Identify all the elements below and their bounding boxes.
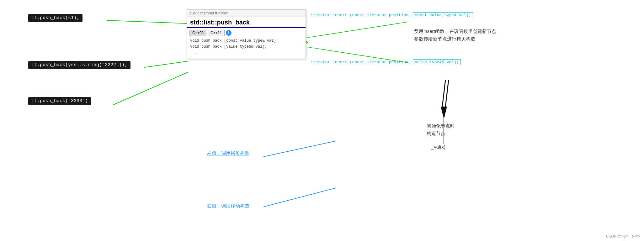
sig1-highlight: const value_type& val); — [413, 12, 473, 18]
code-label-2: lt.push_back(yss::string("2222")); — [28, 61, 130, 69]
svg-marker-8 — [441, 107, 447, 119]
sig2-text: iterator insert (const_iterator position… — [311, 60, 411, 65]
code-label-1: lt.push_back(s1); — [28, 14, 82, 22]
doc-popup-tabs: C++98 C++11 i — [187, 28, 306, 36]
annotation-reuse-insert: 复用insert函数，在该函数里创建新节点 参数传给新节点进行拷贝构造 — [414, 28, 496, 43]
doc-popup-header: public member function — [187, 10, 306, 17]
tab-cpp98[interactable]: C++98 — [189, 30, 206, 36]
title-class: list — [204, 19, 213, 26]
doc-popup: public member function std::list::push_b… — [187, 9, 306, 59]
left-value-label: 左值，调用拷贝构造 — [207, 150, 249, 156]
annotation-init-node: 初始化节点时 构造节点 — [427, 122, 455, 137]
right-value-label: 右值，调用移动构造 — [207, 203, 249, 209]
sig-box-2: iterator insert (const_iterator position… — [311, 59, 461, 65]
watermark: CSDN @~yY…s<#> — [606, 234, 640, 238]
code-label-3: lt.push_back("3333") — [28, 97, 91, 105]
diagram-lines — [0, 0, 644, 241]
svg-line-1 — [144, 61, 188, 67]
code-line-1: void push_back (const value_type& val); — [190, 38, 302, 44]
doc-popup-title: std::list::push_back — [187, 17, 306, 28]
svg-line-2 — [113, 72, 188, 105]
svg-line-0 — [107, 20, 188, 24]
svg-line-6 — [442, 80, 445, 107]
svg-line-7 — [445, 80, 449, 107]
svg-line-11 — [263, 188, 336, 207]
sig-box-1: iterator insert (const_iterator position… — [311, 12, 473, 18]
sig1-text: iterator insert (const_iterator position… — [311, 13, 411, 18]
info-icon[interactable]: i — [226, 30, 232, 36]
code-dots: . . — [190, 50, 302, 56]
doc-popup-code: void push_back (const value_type& val); … — [187, 36, 306, 59]
svg-line-10 — [263, 141, 336, 157]
svg-line-4 — [307, 22, 408, 38]
code-line-2: void push_back (value_type&& val); — [190, 44, 302, 50]
val-x-label: _val(x) — [431, 144, 445, 149]
title-prefix: std:: — [190, 19, 204, 26]
title-method: ::push_back — [213, 19, 250, 26]
tab-cpp11[interactable]: C++11 — [208, 30, 225, 36]
sig2-highlight: value_type&& val); — [413, 59, 460, 65]
